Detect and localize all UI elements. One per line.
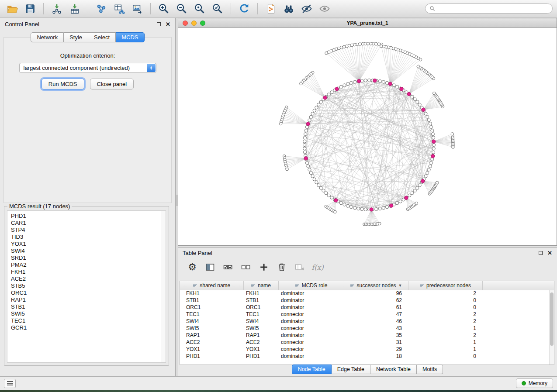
network-leaf-node[interactable]	[286, 168, 289, 171]
network-leaf-node[interactable]	[353, 43, 356, 46]
column-header-predecessor-nodes[interactable]: predecessor nodes	[408, 281, 482, 290]
float-table-panel-icon[interactable]	[539, 251, 543, 255]
network-canvas[interactable]	[178, 28, 557, 245]
zoom-selected-button[interactable]	[210, 2, 225, 16]
table-cell[interactable]: SWI5	[243, 325, 278, 332]
mcds-result-item[interactable]: RAP1	[11, 296, 161, 303]
table-cell[interactable]: 1	[408, 339, 482, 346]
mcds-dominator-node[interactable]	[389, 204, 393, 207]
table-row[interactable]: YOX1YOX1connector291	[180, 346, 554, 353]
table-row[interactable]: SWI4SWI4dominator462	[180, 318, 554, 325]
mcds-list-scrollbar[interactable]	[161, 211, 166, 362]
network-node[interactable]	[327, 194, 330, 197]
table-cell[interactable]: ACE2	[243, 339, 278, 346]
network-node[interactable]	[307, 165, 310, 168]
table-cell[interactable]: 43	[344, 325, 408, 332]
mcds-dominator-node[interactable]	[335, 87, 339, 91]
table-cell[interactable]: dominator	[278, 297, 344, 304]
delete-table-button[interactable]	[294, 261, 305, 273]
share-document-button[interactable]	[263, 2, 279, 16]
column-visibility-button[interactable]	[204, 261, 216, 273]
mcds-dominator-node[interactable]	[431, 155, 435, 158]
tab-style[interactable]: Style	[64, 32, 88, 42]
table-cell[interactable]: ORC1	[243, 304, 278, 311]
zoom-fit-button[interactable]	[192, 2, 208, 16]
export-image-button[interactable]	[129, 2, 145, 16]
table-row[interactable]: STB1STB1dominator620	[180, 297, 554, 304]
table-scrollbar-thumb[interactable]	[550, 292, 554, 346]
add-column-button[interactable]	[258, 261, 270, 273]
run-mcds-button[interactable]: Run MCDS	[42, 79, 84, 89]
mcds-dominator-node[interactable]	[432, 140, 436, 143]
table-scrollbar[interactable]	[549, 290, 554, 364]
network-node[interactable]	[317, 103, 320, 106]
table-cell[interactable]: 29	[344, 346, 408, 353]
network-node[interactable]	[385, 206, 388, 209]
zoom-in-button[interactable]	[156, 2, 172, 16]
mcds-dominator-node[interactable]	[400, 87, 403, 91]
network-node[interactable]	[309, 172, 312, 175]
search-input[interactable]	[438, 6, 548, 12]
mcds-dominator-node[interactable]	[422, 108, 425, 111]
network-node[interactable]	[382, 80, 385, 83]
network-leaf-node[interactable]	[334, 210, 337, 213]
mcds-dominator-node[interactable]	[370, 208, 373, 211]
table-cell[interactable]: RAP1	[180, 332, 243, 339]
mcds-result-item[interactable]: STB5	[11, 282, 161, 289]
network-leaf-node[interactable]	[356, 43, 359, 46]
table-cell[interactable]: dominator	[278, 304, 344, 311]
network-node[interactable]	[418, 184, 421, 187]
network-node[interactable]	[319, 100, 322, 103]
close-panel-icon[interactable]: ✕	[166, 21, 170, 27]
network-node[interactable]	[432, 143, 435, 146]
float-panel-icon[interactable]	[157, 22, 161, 26]
network-node[interactable]	[357, 207, 360, 210]
tab-network-table[interactable]: Network Table	[370, 364, 417, 374]
network-leaf-node[interactable]	[345, 45, 348, 48]
network-node[interactable]	[385, 81, 388, 84]
network-node[interactable]	[327, 93, 330, 96]
tab-mcds[interactable]: MCDS	[116, 32, 144, 42]
network-leaf-node[interactable]	[377, 43, 381, 46]
network-node[interactable]	[432, 136, 435, 139]
network-node[interactable]	[430, 125, 433, 128]
table-settings-button[interactable]: ⚙	[187, 261, 198, 273]
import-table-button[interactable]	[67, 2, 83, 16]
table-cell[interactable]: dominator	[278, 353, 344, 360]
table-cell[interactable]: SWI4	[180, 318, 243, 325]
mcds-result-item[interactable]: FKH1	[11, 268, 161, 275]
network-node[interactable]	[303, 136, 306, 139]
table-cell[interactable]: YOX1	[180, 346, 243, 353]
network-view[interactable]	[178, 28, 557, 245]
network-node[interactable]	[396, 202, 399, 205]
network-leaf-node[interactable]	[375, 42, 378, 45]
table-cell[interactable]: TEC1	[243, 311, 278, 318]
open-file-button[interactable]	[4, 2, 20, 16]
mcds-result-item[interactable]: SRD1	[11, 254, 161, 261]
network-node[interactable]	[349, 81, 353, 84]
import-network-button[interactable]	[49, 2, 65, 16]
network-node[interactable]	[432, 147, 435, 150]
status-menu-button[interactable]	[4, 379, 16, 388]
network-node[interactable]	[303, 151, 306, 154]
network-node[interactable]	[308, 119, 311, 122]
network-node[interactable]	[308, 168, 311, 171]
table-cell[interactable]: dominator	[278, 332, 344, 339]
mcds-result-item[interactable]: ACE2	[11, 275, 161, 282]
mcds-dominator-node[interactable]	[306, 122, 310, 126]
network-node[interactable]	[399, 200, 402, 203]
memory-button[interactable]: Memory	[516, 378, 553, 388]
table-cell[interactable]: 62	[344, 297, 408, 304]
network-leaf-node[interactable]	[436, 181, 439, 184]
network-leaf-node[interactable]	[361, 42, 364, 45]
network-node[interactable]	[424, 175, 427, 178]
refresh-layout-button[interactable]	[236, 2, 252, 16]
network-leaf-node[interactable]	[415, 202, 418, 205]
network-node[interactable]	[303, 140, 306, 143]
table-cell[interactable]: ACE2	[180, 339, 243, 346]
network-node[interactable]	[303, 147, 306, 150]
table-cell[interactable]: connector	[278, 339, 344, 346]
network-node[interactable]	[353, 80, 356, 83]
network-node[interactable]	[413, 189, 416, 192]
column-header-name[interactable]: name	[243, 281, 278, 290]
